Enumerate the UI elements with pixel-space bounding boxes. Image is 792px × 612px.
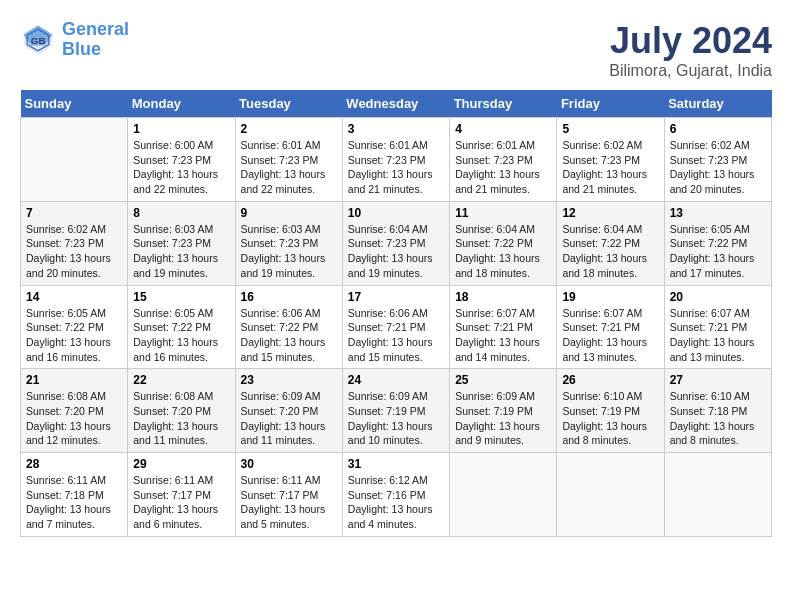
day-info: Sunrise: 6:08 AMSunset: 7:20 PMDaylight:… <box>133 389 229 448</box>
day-number: 18 <box>455 290 551 304</box>
weekday-header-friday: Friday <box>557 90 664 118</box>
day-number: 15 <box>133 290 229 304</box>
day-number: 31 <box>348 457 444 471</box>
day-info: Sunrise: 6:11 AMSunset: 7:17 PMDaylight:… <box>133 473 229 532</box>
day-info: Sunrise: 6:09 AMSunset: 7:19 PMDaylight:… <box>348 389 444 448</box>
weekday-header-tuesday: Tuesday <box>235 90 342 118</box>
day-info: Sunrise: 6:04 AMSunset: 7:23 PMDaylight:… <box>348 222 444 281</box>
calendar-cell: 16Sunrise: 6:06 AMSunset: 7:22 PMDayligh… <box>235 285 342 369</box>
day-number: 25 <box>455 373 551 387</box>
calendar-cell: 30Sunrise: 6:11 AMSunset: 7:17 PMDayligh… <box>235 453 342 537</box>
day-number: 5 <box>562 122 658 136</box>
calendar-cell: 25Sunrise: 6:09 AMSunset: 7:19 PMDayligh… <box>450 369 557 453</box>
calendar-cell: 24Sunrise: 6:09 AMSunset: 7:19 PMDayligh… <box>342 369 449 453</box>
calendar-cell: 7Sunrise: 6:02 AMSunset: 7:23 PMDaylight… <box>21 201 128 285</box>
day-info: Sunrise: 6:03 AMSunset: 7:23 PMDaylight:… <box>241 222 337 281</box>
day-info: Sunrise: 6:07 AMSunset: 7:21 PMDaylight:… <box>670 306 766 365</box>
calendar-cell: 9Sunrise: 6:03 AMSunset: 7:23 PMDaylight… <box>235 201 342 285</box>
day-info: Sunrise: 6:02 AMSunset: 7:23 PMDaylight:… <box>26 222 122 281</box>
day-number: 11 <box>455 206 551 220</box>
day-number: 16 <box>241 290 337 304</box>
day-number: 9 <box>241 206 337 220</box>
day-info: Sunrise: 6:07 AMSunset: 7:21 PMDaylight:… <box>562 306 658 365</box>
day-number: 27 <box>670 373 766 387</box>
day-number: 21 <box>26 373 122 387</box>
weekday-header-thursday: Thursday <box>450 90 557 118</box>
calendar-cell: 28Sunrise: 6:11 AMSunset: 7:18 PMDayligh… <box>21 453 128 537</box>
calendar-week-2: 7Sunrise: 6:02 AMSunset: 7:23 PMDaylight… <box>21 201 772 285</box>
day-info: Sunrise: 6:12 AMSunset: 7:16 PMDaylight:… <box>348 473 444 532</box>
calendar-cell: 29Sunrise: 6:11 AMSunset: 7:17 PMDayligh… <box>128 453 235 537</box>
weekday-header-row: SundayMondayTuesdayWednesdayThursdayFrid… <box>21 90 772 118</box>
calendar-cell: 6Sunrise: 6:02 AMSunset: 7:23 PMDaylight… <box>664 118 771 202</box>
day-info: Sunrise: 6:04 AMSunset: 7:22 PMDaylight:… <box>455 222 551 281</box>
day-info: Sunrise: 6:02 AMSunset: 7:23 PMDaylight:… <box>562 138 658 197</box>
logo: GB General Blue <box>20 20 129 60</box>
day-number: 22 <box>133 373 229 387</box>
calendar-cell: 2Sunrise: 6:01 AMSunset: 7:23 PMDaylight… <box>235 118 342 202</box>
day-info: Sunrise: 6:05 AMSunset: 7:22 PMDaylight:… <box>670 222 766 281</box>
day-info: Sunrise: 6:09 AMSunset: 7:19 PMDaylight:… <box>455 389 551 448</box>
day-info: Sunrise: 6:02 AMSunset: 7:23 PMDaylight:… <box>670 138 766 197</box>
calendar-cell: 11Sunrise: 6:04 AMSunset: 7:22 PMDayligh… <box>450 201 557 285</box>
calendar-week-3: 14Sunrise: 6:05 AMSunset: 7:22 PMDayligh… <box>21 285 772 369</box>
day-number: 2 <box>241 122 337 136</box>
day-number: 19 <box>562 290 658 304</box>
calendar-cell: 19Sunrise: 6:07 AMSunset: 7:21 PMDayligh… <box>557 285 664 369</box>
calendar-cell: 18Sunrise: 6:07 AMSunset: 7:21 PMDayligh… <box>450 285 557 369</box>
day-info: Sunrise: 6:11 AMSunset: 7:17 PMDaylight:… <box>241 473 337 532</box>
day-number: 20 <box>670 290 766 304</box>
calendar-cell: 20Sunrise: 6:07 AMSunset: 7:21 PMDayligh… <box>664 285 771 369</box>
calendar-cell: 1Sunrise: 6:00 AMSunset: 7:23 PMDaylight… <box>128 118 235 202</box>
page-header: GB General Blue July 2024 Bilimora, Guja… <box>20 20 772 80</box>
svg-text:GB: GB <box>31 34 46 45</box>
day-number: 23 <box>241 373 337 387</box>
day-number: 12 <box>562 206 658 220</box>
calendar-cell: 12Sunrise: 6:04 AMSunset: 7:22 PMDayligh… <box>557 201 664 285</box>
day-info: Sunrise: 6:03 AMSunset: 7:23 PMDaylight:… <box>133 222 229 281</box>
month-title: July 2024 <box>609 20 772 62</box>
day-number: 1 <box>133 122 229 136</box>
calendar-cell: 15Sunrise: 6:05 AMSunset: 7:22 PMDayligh… <box>128 285 235 369</box>
day-info: Sunrise: 6:01 AMSunset: 7:23 PMDaylight:… <box>241 138 337 197</box>
day-number: 6 <box>670 122 766 136</box>
day-number: 8 <box>133 206 229 220</box>
calendar-cell: 4Sunrise: 6:01 AMSunset: 7:23 PMDaylight… <box>450 118 557 202</box>
calendar-cell: 23Sunrise: 6:09 AMSunset: 7:20 PMDayligh… <box>235 369 342 453</box>
calendar-cell: 14Sunrise: 6:05 AMSunset: 7:22 PMDayligh… <box>21 285 128 369</box>
day-number: 4 <box>455 122 551 136</box>
day-info: Sunrise: 6:09 AMSunset: 7:20 PMDaylight:… <box>241 389 337 448</box>
day-info: Sunrise: 6:11 AMSunset: 7:18 PMDaylight:… <box>26 473 122 532</box>
calendar-cell: 17Sunrise: 6:06 AMSunset: 7:21 PMDayligh… <box>342 285 449 369</box>
day-info: Sunrise: 6:01 AMSunset: 7:23 PMDaylight:… <box>348 138 444 197</box>
calendar-cell: 3Sunrise: 6:01 AMSunset: 7:23 PMDaylight… <box>342 118 449 202</box>
day-number: 30 <box>241 457 337 471</box>
calendar-cell <box>21 118 128 202</box>
title-block: July 2024 Bilimora, Gujarat, India <box>609 20 772 80</box>
day-info: Sunrise: 6:05 AMSunset: 7:22 PMDaylight:… <box>26 306 122 365</box>
day-number: 28 <box>26 457 122 471</box>
calendar-cell <box>557 453 664 537</box>
day-info: Sunrise: 6:04 AMSunset: 7:22 PMDaylight:… <box>562 222 658 281</box>
day-number: 17 <box>348 290 444 304</box>
day-number: 14 <box>26 290 122 304</box>
calendar-cell: 22Sunrise: 6:08 AMSunset: 7:20 PMDayligh… <box>128 369 235 453</box>
day-number: 7 <box>26 206 122 220</box>
calendar-week-5: 28Sunrise: 6:11 AMSunset: 7:18 PMDayligh… <box>21 453 772 537</box>
day-number: 10 <box>348 206 444 220</box>
calendar-cell: 8Sunrise: 6:03 AMSunset: 7:23 PMDaylight… <box>128 201 235 285</box>
logo-icon: GB <box>20 22 56 58</box>
calendar-week-4: 21Sunrise: 6:08 AMSunset: 7:20 PMDayligh… <box>21 369 772 453</box>
calendar-cell <box>664 453 771 537</box>
day-info: Sunrise: 6:06 AMSunset: 7:22 PMDaylight:… <box>241 306 337 365</box>
day-info: Sunrise: 6:10 AMSunset: 7:18 PMDaylight:… <box>670 389 766 448</box>
day-info: Sunrise: 6:07 AMSunset: 7:21 PMDaylight:… <box>455 306 551 365</box>
logo-text: General Blue <box>62 20 129 60</box>
calendar-cell: 31Sunrise: 6:12 AMSunset: 7:16 PMDayligh… <box>342 453 449 537</box>
calendar-cell: 5Sunrise: 6:02 AMSunset: 7:23 PMDaylight… <box>557 118 664 202</box>
weekday-header-sunday: Sunday <box>21 90 128 118</box>
day-number: 26 <box>562 373 658 387</box>
day-info: Sunrise: 6:08 AMSunset: 7:20 PMDaylight:… <box>26 389 122 448</box>
weekday-header-saturday: Saturday <box>664 90 771 118</box>
day-number: 3 <box>348 122 444 136</box>
